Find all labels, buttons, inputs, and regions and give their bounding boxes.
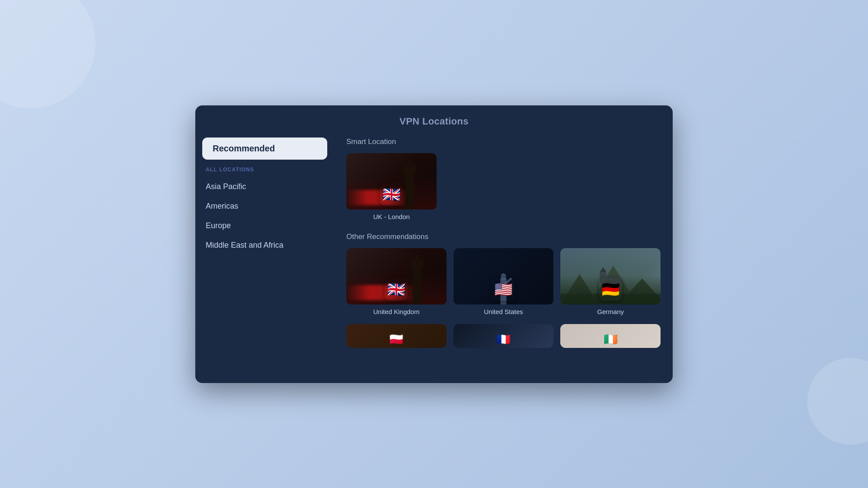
- us-label: United States: [454, 305, 554, 317]
- smart-location-card[interactable]: 🇬🇧 UK - London: [346, 153, 437, 222]
- smart-location-title: Smart Location: [346, 138, 661, 146]
- sidebar-item-middle-east-africa[interactable]: Middle East and Africa: [202, 236, 327, 254]
- location-card-partial-2[interactable]: 🇫🇷: [454, 324, 554, 348]
- bottom-cards-row: 🇵🇱 🇫🇷 🇮🇪: [346, 324, 661, 348]
- sidebar-item-recommended[interactable]: Recommended: [202, 138, 327, 160]
- sidebar-item-asia-pacific[interactable]: Asia Pacific: [202, 178, 327, 196]
- svg-marker-1: [560, 274, 599, 305]
- partial-flag-1: 🇵🇱: [389, 333, 403, 346]
- page-title: VPN Locations: [195, 105, 673, 134]
- sidebar: Recommended ALL LOCATIONS Asia Pacific A…: [195, 134, 334, 383]
- location-card-partial-3[interactable]: 🇮🇪: [560, 324, 661, 348]
- smart-location-flag: 🇬🇧: [380, 183, 403, 206]
- partial-flag-2: 🇫🇷: [496, 333, 510, 346]
- us-flag: 🇺🇸: [492, 278, 515, 301]
- uk-label: United Kingdom: [346, 305, 447, 317]
- location-card-partial-1[interactable]: 🇵🇱: [346, 324, 447, 348]
- us-card-image: 🇺🇸: [454, 248, 554, 305]
- de-flag: 🇩🇪: [599, 278, 622, 301]
- uk-flag: 🇬🇧: [385, 278, 408, 301]
- big-ben-2: [413, 268, 421, 305]
- smart-location-label: UK - London: [346, 210, 437, 222]
- recommended-label: Recommended: [213, 144, 275, 153]
- partial-flag-3: 🇮🇪: [604, 333, 618, 346]
- location-card-us[interactable]: 🇺🇸 United States: [454, 248, 554, 317]
- de-card-image: 🇩🇪: [560, 248, 661, 305]
- sidebar-item-americas[interactable]: Americas: [202, 197, 327, 215]
- location-card-uk[interactable]: 🇬🇧 United Kingdom: [346, 248, 447, 317]
- main-content: Smart Location 🇬🇧 UK - London Other Reco…: [334, 134, 673, 383]
- other-recommendations-title: Other Recommendations: [346, 233, 661, 241]
- recommendations-grid: 🇬🇧 United Kingdom 🇺🇸 United Stat: [346, 248, 661, 317]
- sidebar-item-europe[interactable]: Europe: [202, 217, 327, 235]
- smart-location-image: 🇬🇧: [346, 153, 437, 210]
- app-window: VPN Locations Recommended ALL LOCATIONS …: [195, 105, 673, 383]
- all-locations-label: ALL LOCATIONS: [202, 167, 327, 173]
- de-label: Germany: [560, 305, 661, 317]
- svg-marker-3: [618, 278, 661, 305]
- big-ben-decoration: [405, 173, 414, 210]
- uk-card-image: 🇬🇧: [346, 248, 447, 305]
- content-area: Recommended ALL LOCATIONS Asia Pacific A…: [195, 134, 673, 383]
- location-card-de[interactable]: 🇩🇪 Germany: [560, 248, 661, 317]
